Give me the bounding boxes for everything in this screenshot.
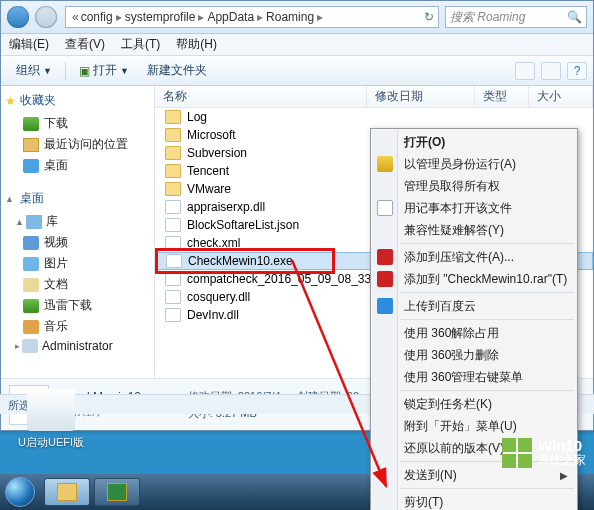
file-icon [165,236,181,250]
address-bar[interactable]: « config▸ systemprofile▸ AppData▸ Roamin… [65,6,439,28]
context-menu-item[interactable]: 使用 360管理右键菜单 [372,366,576,388]
column-headers: 名称 修改日期 类型 大小 [155,86,593,108]
context-menu-item[interactable]: 使用 360强力删除 [372,344,576,366]
context-menu-item[interactable]: 管理员取得所有权 [372,175,576,197]
watermark: Win10系统之家 [502,438,586,468]
col-type[interactable]: 类型 [475,86,529,107]
nav-xunlei[interactable]: 迅雷下载 [5,295,150,316]
folder-icon [165,110,181,124]
col-date[interactable]: 修改日期 [367,86,475,107]
watermark-logo-icon [502,438,532,468]
col-size[interactable]: 大小 [529,86,593,107]
desktop-group[interactable]: ▲桌面 [5,190,150,207]
file-name: CheckMewin10.exe [188,254,293,268]
preview-pane-button[interactable] [541,62,561,80]
menu-edit[interactable]: 编辑(E) [9,36,49,53]
file-name: Tencent [187,164,229,178]
menu-help[interactable]: 帮助(H) [176,36,217,53]
excel-icon [107,483,127,501]
context-menu-item[interactable]: 锁定到任务栏(K) [372,393,576,415]
crumb[interactable]: systemprofile [125,10,196,24]
menubar: 编辑(E) 查看(V) 工具(T) 帮助(H) [1,34,593,56]
context-menu-label: 附到「开始」菜单(U) [404,418,517,435]
context-menu-item[interactable]: 添加到 "CheckMewin10.rar"(T) [372,268,576,290]
context-menu-item[interactable]: 剪切(T) [372,491,576,510]
nav-libraries[interactable]: ▲库 [5,211,150,232]
folder-icon [165,164,181,178]
file-row[interactable]: Log [155,108,593,126]
favorites-header[interactable]: ★收藏夹 [5,92,150,109]
context-menu-label: 添加到压缩文件(A)... [404,249,514,266]
nav-downloads[interactable]: 下载 [5,113,150,134]
nav-recent[interactable]: 最近访问的位置 [5,134,150,155]
context-menu-item[interactable]: 上传到百度云 [372,295,576,317]
refresh-icon[interactable]: ↻ [424,10,434,24]
titlebar: « config▸ systemprofile▸ AppData▸ Roamin… [1,1,593,34]
folder-icon [165,182,181,196]
crumb[interactable]: Roaming [266,10,314,24]
nav-administrator[interactable]: ▸Administrator [5,337,150,355]
context-menu-item[interactable]: 打开(O) [372,131,576,153]
search-box[interactable]: 搜索 Roaming 🔍 [445,6,587,28]
forward-button[interactable] [35,6,57,28]
toolbar: 组织▼ ▣打开▼ 新建文件夹 ? [1,56,593,86]
menu-tools[interactable]: 工具(T) [121,36,160,53]
cloud-icon [377,298,393,314]
file-icon [166,254,182,268]
crumb[interactable]: config [81,10,113,24]
organize-button[interactable]: 组织▼ [7,58,61,83]
context-menu-separator [400,488,574,489]
context-menu-label: 发送到(N) [404,467,457,484]
context-menu-separator [400,292,574,293]
file-name: appraiserxp.dll [187,200,265,214]
context-menu-item[interactable]: 使用 360解除占用 [372,322,576,344]
folder-icon [165,146,181,160]
search-placeholder: 搜索 Roaming [450,9,525,26]
open-button[interactable]: ▣打开▼ [70,58,138,83]
taskbar-excel[interactable] [94,478,140,506]
search-icon: 🔍 [567,10,582,24]
rar2-icon [377,271,393,287]
toolbar-sep [65,62,66,80]
file-name: BlockSoftareList.json [187,218,299,232]
view-options-button[interactable] [515,62,535,80]
context-menu-label: 兼容性疑难解答(Y) [404,222,504,239]
context-menu-item[interactable]: 以管理员身份运行(A) [372,153,576,175]
np-icon [377,200,393,216]
file-icon [165,308,181,322]
back-button[interactable] [7,6,29,28]
context-menu-item[interactable]: 添加到压缩文件(A)... [372,246,576,268]
taskbar-explorer[interactable] [44,478,90,506]
newfolder-button[interactable]: 新建文件夹 [138,58,216,83]
windows-orb-icon [5,477,35,507]
file-name: VMware [187,182,231,196]
navigation-pane: ★收藏夹 下载 最近访问的位置 桌面 ▲桌面 ▲库 视频 图片 文档 迅雷下载 … [1,86,155,378]
file-icon [165,290,181,304]
menu-view[interactable]: 查看(V) [65,36,105,53]
nav-videos[interactable]: 视频 [5,232,150,253]
context-menu-label: 打开(O) [404,134,445,151]
context-menu-label: 添加到 "CheckMewin10.rar"(T) [404,271,567,288]
context-menu-label: 使用 360管理右键菜单 [404,369,523,386]
context-menu-separator [400,390,574,391]
start-button[interactable] [0,474,40,510]
nav-documents[interactable]: 文档 [5,274,150,295]
context-menu-item[interactable]: 附到「开始」菜单(U) [372,415,576,437]
nav-music[interactable]: 音乐 [5,316,150,337]
folder-icon [165,128,181,142]
nav-desktop-fav[interactable]: 桌面 [5,155,150,176]
context-menu-item[interactable]: 兼容性疑难解答(Y) [372,219,576,241]
file-name: Log [187,110,207,124]
submenu-arrow-icon: ▶ [560,470,568,481]
col-name[interactable]: 名称 [155,86,367,107]
nav-pictures[interactable]: 图片 [5,253,150,274]
context-menu-label: 使用 360解除占用 [404,325,499,342]
context-menu-label: 上传到百度云 [404,298,476,315]
context-menu-label: 以管理员身份运行(A) [404,156,516,173]
help-icon[interactable]: ? [567,62,587,80]
context-menu-item[interactable]: 用记事本打开该文件 [372,197,576,219]
desktop-shortcut[interactable]: U启动UEFI版 [18,389,84,450]
file-name: Subversion [187,146,247,160]
crumb[interactable]: AppData [207,10,254,24]
context-menu-label: 剪切(T) [404,494,443,511]
